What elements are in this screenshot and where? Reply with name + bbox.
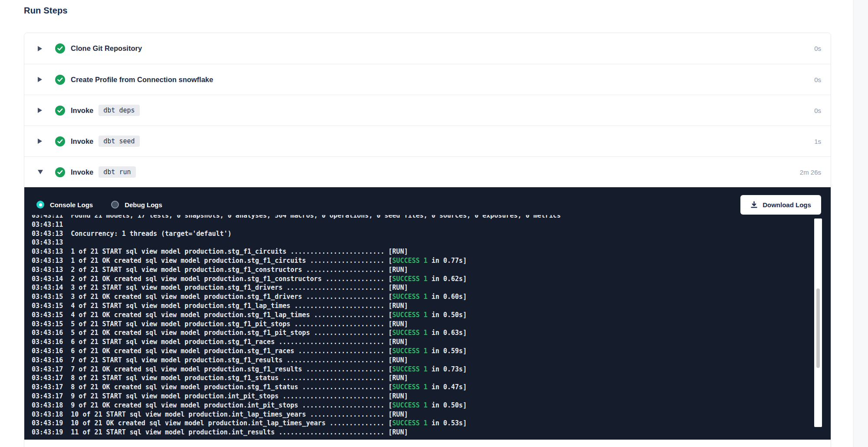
log-line: 03:43:17 7 of 21 OK created sql view mod… [32, 365, 789, 374]
log-line: 03:43:14 2 of 21 OK created sql view mod… [32, 275, 789, 284]
caret-right-icon [38, 108, 44, 113]
log-line: 03:43:11 Found 21 models, 17 tests, 0 sn… [32, 215, 789, 220]
log-success-token: SUCCESS 1 [392, 257, 427, 265]
log-line: 03:43:15 5 of 21 START sql view model pr… [32, 320, 789, 329]
run-steps-card: Clone Git Repository0sCreate Profile fro… [24, 33, 831, 447]
log-success-token: SUCCESS 1 [392, 365, 427, 373]
caret-down-icon [38, 170, 44, 174]
caret-right-icon [38, 139, 44, 144]
step-command-badge: dbt deps [99, 105, 139, 116]
debug-logs-radio[interactable]: Debug Logs [111, 201, 162, 209]
console-controls: Console Logs Debug Logs Download Logs [36, 195, 821, 215]
step-duration: 0s [814, 76, 821, 83]
log-line: 03:43:15 3 of 21 OK created sql view mod… [32, 292, 789, 301]
step-label: Invoke [71, 106, 93, 115]
log-success-token: SUCCESS 1 [392, 293, 427, 301]
radio-unselected-icon[interactable] [111, 201, 119, 209]
log-success-token: SUCCESS 1 [392, 347, 427, 355]
run-step-row[interactable]: Create Profile from Connection snowflake… [24, 64, 831, 95]
step-label: Invoke [71, 168, 93, 176]
debug-logs-label: Debug Logs [125, 201, 162, 209]
step-duration: 2m 26s [800, 169, 821, 176]
run-step-row[interactable]: Clone Git Repository0s [24, 33, 831, 64]
log-line: 03:43:16 6 of 21 OK created sql view mod… [32, 347, 789, 356]
log-line: 03:43:18 9 of 21 OK created sql view mod… [32, 401, 789, 410]
log-line: 03:43:13 1 of 21 OK created sql view mod… [32, 256, 789, 265]
log-line: 03:43:18 10 of 21 START sql view model p… [32, 410, 789, 419]
log-success-token: SUCCESS 1 [392, 311, 427, 319]
step-command-badge: dbt run [99, 166, 135, 178]
check-circle-icon [55, 43, 65, 53]
step-label: Clone Git Repository [71, 44, 142, 53]
log-line: 03:43:16 6 of 21 START sql view model pr… [32, 338, 789, 347]
log-line: 03:43:17 8 of 21 START sql view model pr… [32, 374, 789, 383]
run-step-row[interactable]: Invokedbt deps0s [24, 95, 831, 126]
log-success-token: SUCCESS 1 [392, 401, 427, 409]
page-title: Run Steps [24, 6, 68, 16]
step-duration: 0s [814, 107, 821, 114]
log-line: 03:43:19 11 of 21 START sql view model p… [32, 428, 789, 437]
log-success-token: SUCCESS 1 [392, 329, 427, 337]
log-line: 03:43:19 10 of 21 OK created sql view mo… [32, 419, 789, 428]
log-line: 03:43:16 7 of 21 START sql view model pr… [32, 356, 789, 365]
log-line: 03:43:13 Concurrency: 1 threads (target=… [32, 229, 789, 238]
log-success-token: SUCCESS 1 [392, 275, 427, 283]
run-steps-list: Clone Git Repository0sCreate Profile fro… [24, 33, 831, 187]
console-logs-label: Console Logs [50, 201, 93, 209]
log-line: 03:43:16 5 of 21 OK created sql view mod… [32, 328, 789, 338]
step-duration: 0s [814, 45, 821, 52]
check-circle-icon [55, 106, 65, 116]
check-circle-icon [55, 167, 65, 177]
log-line: 03:43:14 3 of 21 START sql view model pr… [32, 283, 789, 292]
run-step-row[interactable]: Invokedbt run2m 26s [24, 156, 831, 187]
step-label: Invoke [71, 137, 93, 146]
log-line: 03:43:13 [32, 238, 789, 247]
caret-right-icon [38, 46, 44, 51]
log-line: 03:43:17 8 of 21 OK created sql view mod… [32, 383, 789, 392]
download-logs-button[interactable]: Download Logs [740, 195, 821, 215]
log-line: 03:43:13 1 of 21 START sql view model pr… [32, 247, 789, 256]
step-duration: 1s [814, 138, 821, 145]
log-success-token: SUCCESS 1 [392, 419, 427, 427]
step-label: Create Profile from Connection snowflake [71, 76, 213, 84]
console-log-panel: Console Logs Debug Logs Download Logs 03… [24, 187, 831, 440]
download-icon [750, 201, 758, 209]
log-scrollbar-thumb[interactable] [816, 288, 820, 368]
check-circle-icon [55, 75, 65, 85]
log-line: 03:43:15 4 of 21 START sql view model pr… [32, 301, 789, 311]
log-success-token: SUCCESS 1 [392, 383, 427, 391]
page-scroll-gutter[interactable] [853, 0, 868, 447]
log-line: 03:43:13 2 of 21 START sql view model pr… [32, 265, 789, 275]
log-viewport[interactable]: 03:43:11 Found 21 models, 17 tests, 0 sn… [32, 215, 789, 438]
console-logs-radio[interactable]: Console Logs [36, 201, 93, 209]
step-command-badge: dbt seed [99, 136, 139, 147]
log-line: 03:43:17 9 of 21 START sql view model pr… [32, 392, 789, 401]
caret-right-icon [38, 77, 44, 82]
radio-selected-icon[interactable] [36, 201, 44, 209]
log-line: 03:43:11 [32, 220, 789, 229]
log-line: 03:43:15 4 of 21 OK created sql view mod… [32, 311, 789, 320]
run-step-row[interactable]: Invokedbt seed1s [24, 126, 831, 156]
log-scrollbar-track[interactable] [814, 219, 822, 427]
check-circle-icon [55, 136, 65, 146]
log-content: 03:43:11 Found 21 models, 17 tests, 0 sn… [32, 215, 789, 437]
download-logs-button-label: Download Logs [763, 201, 811, 209]
